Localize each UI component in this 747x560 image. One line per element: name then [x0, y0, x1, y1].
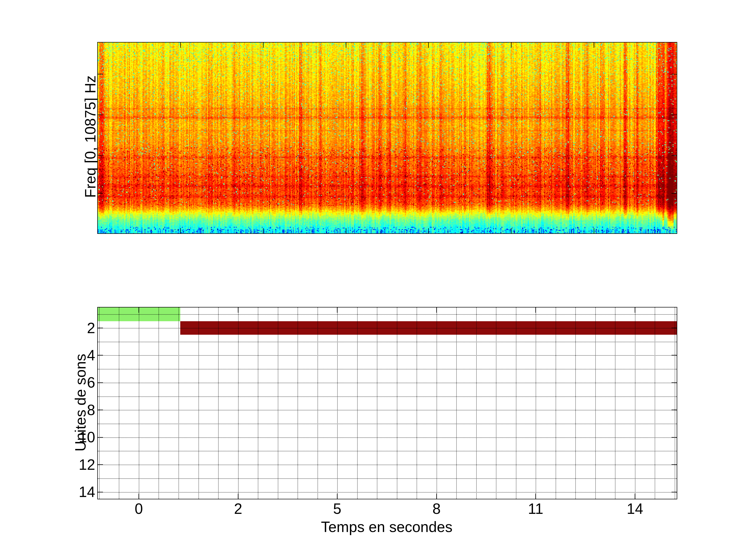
y-tick-mark [671, 114, 677, 115]
x-tick-mark [511, 43, 512, 48]
x-tick-mark [180, 228, 181, 233]
y-tick-label: 8 [59, 403, 95, 418]
grid-line-vertical [516, 308, 516, 499]
grid-line-horizontal [98, 492, 677, 492]
y-tick-label: 2 [59, 321, 95, 336]
grid-line-vertical [615, 308, 616, 499]
grid-line-horizontal [98, 437, 677, 438]
y-tick-mark [98, 464, 103, 465]
grid-line-horizontal [98, 478, 677, 479]
y-tick-mark [671, 328, 677, 328]
x-tick-mark [346, 228, 346, 233]
grid-line-horizontal [98, 314, 677, 315]
units-plot [97, 307, 677, 499]
y-tick-mark [98, 382, 103, 383]
y-tick-mark [98, 114, 103, 115]
y-tick-label: 10 [59, 430, 95, 445]
grid-line-horizontal [98, 342, 677, 342]
grid-line-vertical [158, 308, 159, 499]
x-tick-mark [535, 308, 536, 313]
grid-line-vertical [496, 308, 496, 499]
x-tick-mark [263, 43, 263, 48]
y-tick-label: 14 [59, 484, 95, 499]
x-tick-label: 5 [333, 501, 341, 516]
y-tick-mark [671, 74, 677, 74]
x-tick-mark [138, 494, 139, 499]
y-tick-mark [98, 74, 103, 74]
x-tick-mark [238, 494, 238, 499]
grid-line-vertical [337, 308, 338, 499]
x-tick-label: 8 [432, 501, 441, 516]
grid-line-vertical [278, 308, 278, 499]
grid-line-vertical [655, 308, 655, 499]
x-tick-mark [346, 43, 346, 48]
x-tick-mark [436, 308, 437, 313]
y-tick-mark [671, 437, 677, 437]
grid-line-horizontal [98, 464, 677, 465]
grid-line-vertical [238, 308, 239, 499]
grid-line-vertical [357, 308, 358, 499]
grid-line-vertical [595, 308, 596, 499]
y-tick-mark [671, 155, 677, 156]
x-tick-label: 14 [627, 501, 643, 516]
x-tick-label: 0 [135, 501, 143, 516]
y-tick-mark [671, 355, 677, 355]
x-tick-label: 2 [234, 501, 242, 516]
grid-line-horizontal [98, 424, 677, 424]
grid-line-vertical [218, 308, 218, 499]
grid-line-vertical [199, 308, 199, 499]
x-tick-mark [337, 308, 337, 313]
y-tick-mark [671, 193, 677, 194]
y-tick-mark [671, 464, 677, 465]
y-tick-label: 6 [59, 375, 95, 390]
y-tick-mark [671, 382, 677, 383]
y-tick-mark [98, 193, 103, 194]
y-tick-mark [98, 437, 103, 437]
y-tick-mark [671, 410, 677, 410]
x-tick-mark [263, 228, 263, 233]
x-tick-label: 11 [528, 501, 543, 516]
y-tick-mark [98, 410, 103, 410]
y-tick-mark [98, 155, 103, 156]
grid-line-horizontal [98, 328, 677, 328]
grid-line-vertical [139, 308, 139, 499]
units-x-axis-label: Temps en secondes [321, 519, 453, 534]
grid-line-vertical [556, 308, 556, 499]
y-tick-label: 4 [59, 348, 95, 363]
y-tick-mark [98, 492, 103, 492]
y-tick-mark [98, 355, 103, 355]
grid-line-vertical [119, 308, 119, 499]
grid-line-horizontal [98, 451, 677, 451]
y-tick-mark [671, 492, 677, 492]
grid-line-vertical [476, 308, 477, 499]
grid-line-vertical [575, 308, 576, 499]
x-tick-mark [436, 494, 437, 499]
grid-line-vertical [397, 308, 397, 499]
grid-line-horizontal [98, 369, 677, 369]
x-tick-mark [594, 43, 594, 48]
x-tick-mark [180, 43, 181, 48]
x-tick-mark [535, 494, 536, 499]
grid-line-horizontal [98, 383, 677, 383]
grid-line-horizontal [98, 355, 677, 356]
grid-line-vertical [437, 308, 437, 499]
grid-line-vertical [635, 308, 636, 499]
grid-line-vertical [536, 308, 536, 499]
x-tick-mark [594, 228, 594, 233]
x-tick-mark [238, 308, 238, 313]
x-tick-mark [428, 43, 429, 48]
spectrogram-y-axis-label: Freq [0, 10875] Hz [83, 76, 98, 198]
x-tick-mark [428, 228, 429, 233]
y-tick-mark [98, 328, 103, 328]
x-tick-mark [635, 308, 635, 313]
grid-line-vertical [416, 308, 417, 499]
grid-line-vertical [377, 308, 378, 499]
grid-line-horizontal [98, 396, 677, 397]
y-tick-label: 12 [59, 457, 95, 472]
grid-line-horizontal [98, 410, 677, 410]
grid-line-vertical [99, 308, 100, 499]
x-tick-mark [138, 308, 139, 313]
grid-line-vertical [178, 308, 179, 499]
x-tick-mark [635, 494, 635, 499]
grid-line-vertical [298, 308, 298, 499]
